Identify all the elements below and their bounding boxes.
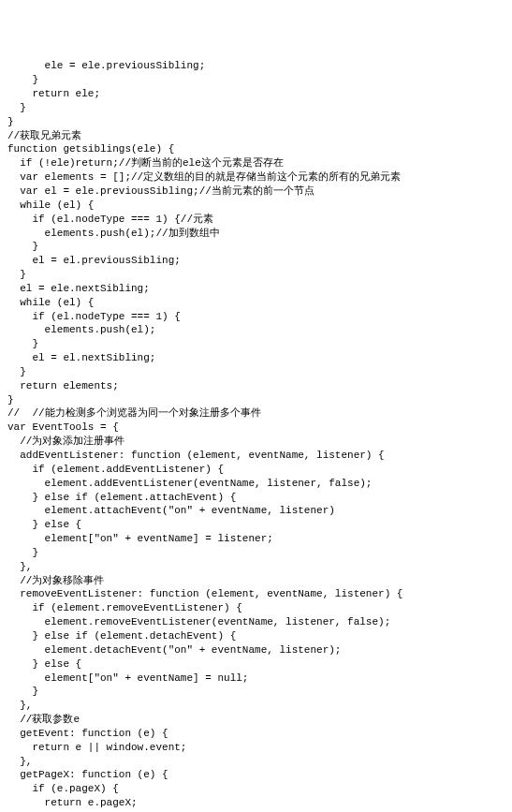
code-line: element.addEventListener(eventName, list… bbox=[7, 477, 512, 491]
code-line: } bbox=[7, 115, 512, 129]
code-line: return e || window.event; bbox=[7, 741, 512, 755]
code-line: element["on" + eventName] = listener; bbox=[7, 532, 512, 546]
code-line: // //能力检测多个浏览器为同一个对象注册多个事件 bbox=[7, 406, 512, 421]
code-line: }, bbox=[7, 560, 512, 574]
code-line: //获取兄弟元素 bbox=[7, 129, 512, 143]
code-line: }, bbox=[7, 699, 512, 713]
code-line: elements.push(el);//加到数组中 bbox=[7, 227, 512, 241]
code-line: } bbox=[7, 268, 512, 282]
code-line: if (element.addEventListener) { bbox=[7, 463, 512, 477]
code-line: } else { bbox=[7, 657, 512, 672]
code-line: getPageX: function (e) { bbox=[7, 768, 512, 782]
code-line: element["on" + eventName] = null; bbox=[7, 672, 512, 686]
code-line: var el = ele.previousSibling;//当前元素的前一个节… bbox=[7, 185, 512, 199]
code-line: removeEventListener: function (element, … bbox=[7, 587, 512, 601]
code-block: ele = ele.previousSibling; } return ele;… bbox=[0, 55, 512, 812]
code-line: }, bbox=[7, 755, 512, 769]
code-line: if (e.pageX) { bbox=[7, 782, 512, 796]
code-line: return e.pageX; bbox=[7, 796, 512, 810]
code-line: //为对象添加注册事件 bbox=[7, 435, 512, 449]
code-line: el = ele.nextSibling; bbox=[7, 282, 512, 296]
code-line: if (el.nodeType === 1) {//元素 bbox=[7, 213, 512, 227]
code-line: while (el) { bbox=[7, 296, 512, 310]
code-line: element.attachEvent("on" + eventName, li… bbox=[7, 504, 512, 518]
code-line: if (element.removeEventListener) { bbox=[7, 601, 512, 615]
code-line: el = el.previousSibling; bbox=[7, 254, 512, 268]
code-line: function getsiblings(ele) { bbox=[7, 142, 512, 156]
code-line: element.removeEventListener(eventName, l… bbox=[7, 615, 512, 629]
code-line: } bbox=[7, 240, 512, 254]
code-line: while (el) { bbox=[7, 199, 512, 213]
code-line: } bbox=[7, 546, 512, 560]
code-line: element.detachEvent("on" + eventName, li… bbox=[7, 643, 512, 657]
code-line: return ele; bbox=[7, 87, 512, 101]
code-line: getEvent: function (e) { bbox=[7, 727, 512, 741]
code-line: } bbox=[7, 393, 512, 407]
code-line: } else if (element.detachEvent) { bbox=[7, 629, 512, 643]
code-line: } bbox=[7, 101, 512, 115]
code-line: } bbox=[7, 73, 512, 87]
code-line: el = el.nextSibling; bbox=[7, 351, 512, 365]
code-line: addEventListener: function (element, eve… bbox=[7, 449, 512, 463]
code-line: } else { bbox=[7, 518, 512, 532]
code-line: ele = ele.previousSibling; bbox=[7, 59, 512, 73]
code-line: } bbox=[7, 685, 512, 699]
code-line: var elements = [];//定义数组的目的就是存储当前这个元素的所有… bbox=[7, 170, 512, 185]
code-line: elements.push(el); bbox=[7, 323, 512, 337]
code-line: } bbox=[7, 365, 512, 379]
code-line: if (!ele)return;//判断当前的ele这个元素是否存在 bbox=[7, 156, 512, 170]
code-line: //为对象移除事件 bbox=[7, 574, 512, 588]
code-line: return elements; bbox=[7, 379, 512, 393]
code-line: } bbox=[7, 337, 512, 351]
code-line: } else if (element.attachEvent) { bbox=[7, 491, 512, 505]
code-line: //获取参数e bbox=[7, 713, 512, 727]
code-line: if (el.nodeType === 1) { bbox=[7, 310, 512, 324]
code-line: var EventTools = { bbox=[7, 421, 512, 435]
